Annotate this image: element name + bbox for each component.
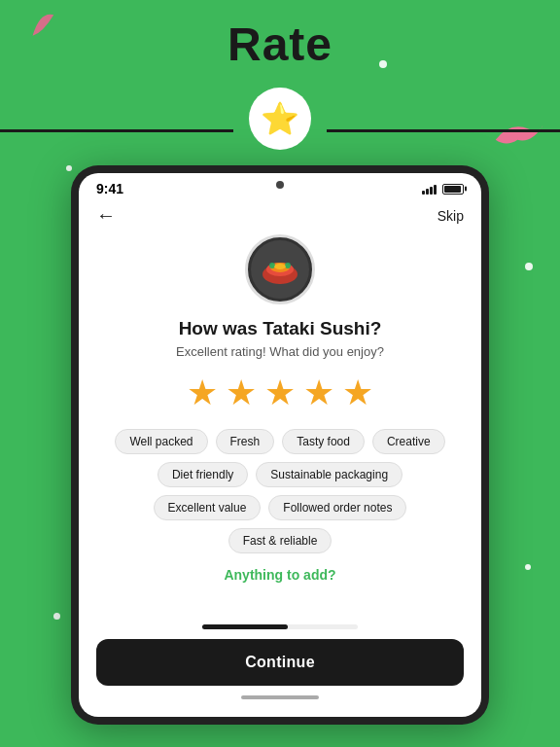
tag-followed-order-notes[interactable]: Followed order notes	[268, 495, 406, 520]
svg-point-4	[269, 263, 275, 268]
battery-icon	[442, 184, 464, 195]
tag-sustainable-packaging[interactable]: Sustainable packaging	[256, 462, 402, 487]
tag-well-packed[interactable]: Well packed	[115, 429, 207, 454]
page-title: Rate	[0, 0, 560, 71]
continue-button[interactable]: Continue	[96, 639, 464, 686]
content-area: How was Tataki Sushi? Excellent rating! …	[79, 234, 481, 617]
svg-point-5	[285, 263, 291, 268]
tag-excellent-value[interactable]: Excellent value	[154, 495, 262, 520]
stars-row: ★ ★ ★ ★ ★	[187, 373, 373, 413]
status-time: 9:41	[96, 181, 123, 196]
anything-to-add-link[interactable]: Anything to add?	[224, 567, 335, 583]
svg-point-6	[274, 264, 286, 269]
line-left	[0, 129, 233, 132]
star-2[interactable]: ★	[226, 373, 257, 413]
back-button[interactable]: ←	[96, 204, 116, 227]
tag-diet-friendly[interactable]: Diet friendly	[158, 462, 248, 487]
bg-star-icon: ⭐	[249, 88, 311, 150]
tag-fresh[interactable]: Fresh	[216, 429, 275, 454]
question-subtitle: Excellent rating! What did you enjoy?	[176, 344, 384, 359]
line-right	[327, 129, 560, 132]
progress-bar	[202, 624, 358, 629]
progress-bar-fill	[202, 624, 288, 629]
tag-fast-reliable[interactable]: Fast & reliable	[228, 528, 332, 553]
tablet-screen: 9:41 ← Skip	[79, 173, 481, 717]
question-title: How was Tataki Sushi?	[179, 318, 382, 339]
tablet-frame: 9:41 ← Skip	[71, 165, 489, 725]
camera	[276, 181, 284, 189]
bottom-area: Continue	[79, 617, 481, 717]
confetti-top-right-icon	[492, 117, 550, 156]
star-1[interactable]: ★	[187, 373, 218, 413]
status-icons	[422, 183, 464, 195]
confetti-top-left-icon	[29, 8, 64, 43]
star-4[interactable]: ★	[303, 373, 334, 413]
star-3[interactable]: ★	[264, 373, 296, 413]
skip-button[interactable]: Skip	[438, 208, 464, 224]
signal-icon	[422, 183, 437, 195]
nav-bar: ← Skip	[79, 200, 481, 234]
restaurant-image	[251, 240, 309, 299]
home-indicator	[241, 695, 319, 699]
tag-tasty-food[interactable]: Tasty food	[282, 429, 365, 454]
restaurant-avatar	[245, 234, 315, 304]
tag-creative[interactable]: Creative	[372, 429, 445, 454]
tags-container: Well packed Fresh Tasty food Creative Di…	[102, 429, 458, 553]
star-5[interactable]: ★	[342, 373, 373, 413]
